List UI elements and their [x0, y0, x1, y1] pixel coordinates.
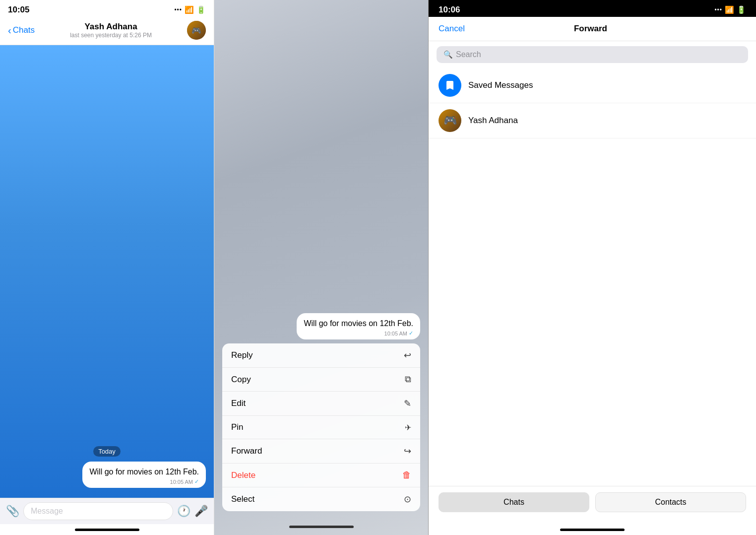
- avatar[interactable]: 🎮: [187, 21, 206, 40]
- signal-dots-icon-p3: •••: [714, 6, 722, 13]
- list-item-saved-messages[interactable]: Saved Messages: [429, 68, 756, 103]
- tab-contacts[interactable]: Contacts: [595, 492, 746, 512]
- pin-label: Pin: [231, 422, 244, 432]
- saved-messages-avatar: [439, 74, 461, 97]
- list-item-yash-adhana[interactable]: 🎮 Yash Adhana: [429, 103, 756, 138]
- tab-chats-label: Chats: [504, 498, 524, 506]
- message-text: Will go for movies on 12th Feb.: [89, 467, 199, 477]
- tab-chats[interactable]: Chats: [439, 492, 589, 512]
- attachment-icon[interactable]: 📎: [6, 505, 19, 518]
- chat-screen-panel: 10:05 ••• 📶 🔋 ‹ Chats Yash Adhana last s…: [0, 0, 214, 535]
- status-icons-panel3: ••• 📶 🔋: [714, 5, 746, 14]
- message-bubble: Will go for movies on 12th Feb. 10:05 AM…: [82, 462, 206, 488]
- date-badge: Today: [93, 446, 121, 457]
- context-menu-forward[interactable]: Forward ↪: [222, 439, 420, 464]
- signal-dots-icon: •••: [174, 6, 182, 13]
- back-chevron-icon: ‹: [8, 25, 11, 36]
- forward-contact-list: Saved Messages 🎮 Yash Adhana: [429, 68, 756, 486]
- forward-panel: 10:06 ••• 📶 🔋 Cancel Forward 🔍 Search Sa…: [429, 0, 756, 535]
- context-menu-pin[interactable]: Pin ✈: [222, 416, 420, 439]
- status-icons-panel1: ••• 📶 🔋: [174, 5, 206, 14]
- mic-icon[interactable]: 🎤: [194, 505, 208, 518]
- search-icon: 🔍: [443, 50, 453, 59]
- chat-header-info: Yash Adhana last seen yesterday at 5:26 …: [35, 22, 187, 39]
- status-bar-panel1: 10:05 ••• 📶 🔋: [0, 0, 214, 17]
- home-bar-panel3: [560, 529, 625, 531]
- chat-body: Today Will go for movies on 12th Feb. 10…: [0, 45, 214, 498]
- chat-input-bar: 📎 Message 🕐 🎤: [0, 498, 214, 524]
- contact-name: Yash Adhana: [35, 22, 187, 32]
- status-bar-panel3: 10:06 ••• 📶 🔋: [429, 0, 756, 17]
- forward-search-container: 🔍 Search: [429, 41, 756, 68]
- message-meta: 10:05 AM ✓: [89, 478, 199, 485]
- yash-avatar: 🎮: [439, 109, 461, 132]
- panel2-content: Will go for movies on 12th Feb. 10:05 AM…: [214, 0, 428, 535]
- home-indicator-panel3: [429, 524, 756, 535]
- forward-header: Cancel Forward: [429, 17, 756, 41]
- wifi-icon: 📶: [185, 5, 194, 14]
- copy-label: Copy: [231, 375, 251, 385]
- context-menu-select[interactable]: Select ⊙: [222, 487, 420, 511]
- saved-messages-name: Saved Messages: [468, 80, 533, 90]
- emoji-icon[interactable]: 🕐: [177, 505, 190, 518]
- search-input[interactable]: Search: [456, 50, 481, 59]
- edit-icon: ✎: [404, 398, 411, 409]
- copy-icon: ⧉: [405, 374, 411, 385]
- context-menu-edit[interactable]: Edit ✎: [222, 392, 420, 416]
- delete-icon: 🗑: [402, 470, 411, 480]
- context-menu: Reply ↩ Copy ⧉ Edit ✎ Pin ✈ Forward ↪ De…: [222, 343, 420, 511]
- back-button[interactable]: ‹ Chats: [8, 25, 35, 36]
- tab-contacts-label: Contacts: [655, 498, 686, 506]
- read-receipt-icon: ✓: [194, 478, 199, 485]
- battery-icon-p3: 🔋: [737, 5, 746, 14]
- select-label: Select: [231, 494, 254, 504]
- yash-adhana-name: Yash Adhana: [468, 116, 518, 126]
- delete-label: Delete: [231, 470, 255, 480]
- context-menu-panel: Will go for movies on 12th Feb. 10:05 AM…: [214, 0, 429, 535]
- edit-label: Edit: [231, 399, 246, 408]
- chat-header: ‹ Chats Yash Adhana last seen yesterday …: [0, 17, 214, 45]
- context-message-time: 10:05 AM: [384, 331, 407, 336]
- avatar-image: 🎮: [187, 21, 206, 40]
- home-indicator-panel1: [0, 524, 214, 535]
- forward-label: Forward: [231, 446, 262, 456]
- battery-icon: 🔋: [196, 5, 206, 14]
- status-time-panel3: 10:06: [439, 5, 460, 15]
- reply-icon: ↩: [404, 350, 411, 361]
- home-bar: [75, 529, 139, 531]
- message-input[interactable]: Message: [23, 502, 173, 520]
- context-menu-reply[interactable]: Reply ↩: [222, 343, 420, 368]
- reply-label: Reply: [231, 350, 252, 360]
- context-message-meta: 10:05 AM ✓: [304, 330, 413, 336]
- forward-icon: ↪: [404, 446, 411, 457]
- forward-title: Forward: [574, 24, 607, 34]
- context-message-bubble: Will go for movies on 12th Feb. 10:05 AM…: [297, 313, 420, 339]
- wifi-icon-p3: 📶: [725, 5, 734, 14]
- cancel-button[interactable]: Cancel: [439, 24, 465, 34]
- status-time-panel1: 10:05: [8, 5, 29, 15]
- context-menu-delete[interactable]: Delete 🗑: [222, 464, 420, 487]
- message-time: 10:05 AM: [170, 479, 193, 485]
- yash-avatar-emoji: 🎮: [443, 114, 457, 127]
- message-placeholder: Message: [31, 507, 63, 515]
- forward-tabs: Chats Contacts: [429, 486, 756, 524]
- select-icon: ⊙: [404, 494, 411, 505]
- search-bar[interactable]: 🔍 Search: [437, 46, 748, 63]
- contact-status: last seen yesterday at 5:26 PM: [35, 32, 187, 39]
- pin-icon: ✈: [405, 423, 411, 432]
- back-label: Chats: [13, 25, 35, 35]
- context-read-receipt-icon: ✓: [409, 330, 413, 336]
- context-message-text: Will go for movies on 12th Feb.: [304, 318, 413, 329]
- context-menu-copy[interactable]: Copy ⧉: [222, 368, 420, 392]
